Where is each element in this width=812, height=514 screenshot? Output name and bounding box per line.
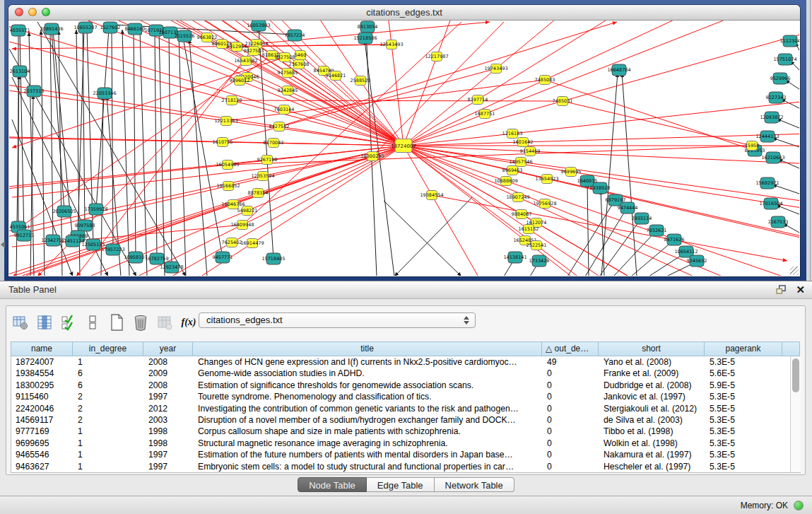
- table-cell[interactable]: 1: [73, 449, 144, 460]
- table-cell[interactable]: Stergiakouli et al. (2012): [599, 403, 705, 414]
- table-cell[interactable]: 0: [543, 380, 599, 391]
- row-options-icon[interactable]: [83, 312, 102, 333]
- table-cell[interactable]: Dudbridge et al. (2008): [599, 380, 705, 391]
- table-cell[interactable]: 49: [543, 356, 599, 368]
- table-cell[interactable]: 2003: [144, 414, 194, 426]
- table-cell[interactable]: 2009: [144, 368, 194, 379]
- float-panel-icon[interactable]: [776, 285, 787, 295]
- table-cell[interactable]: 1997: [144, 461, 194, 472]
- table-cell[interactable]: 0: [543, 461, 599, 472]
- table-cell[interactable]: Tibbo et al. (1998): [599, 426, 705, 437]
- table-cell[interactable]: 1998: [144, 438, 194, 449]
- table-cell[interactable]: 6: [73, 368, 144, 379]
- window-titlebar[interactable]: citations_edges.txt: [8, 5, 800, 21]
- table-cell[interactable]: de Silva et al. (2003): [599, 414, 705, 426]
- table-cell[interactable]: 18300295: [11, 380, 73, 391]
- table-cell[interactable]: 0: [543, 438, 599, 449]
- table-cell[interactable]: 5.3E-5: [705, 414, 783, 426]
- select-all-icon[interactable]: [59, 312, 78, 333]
- table-cell[interactable]: 5.6E-5: [705, 368, 783, 379]
- table-cell[interactable]: Genome-wide association studies in ADHD.: [194, 368, 543, 379]
- close-window-button[interactable]: [15, 8, 23, 16]
- table-cell[interactable]: Estimation of significance thresholds fo…: [194, 380, 543, 391]
- table-cell[interactable]: 2: [73, 414, 144, 426]
- table-row[interactable]: 946362711997Embryonic stem cells: a mode…: [11, 461, 800, 472]
- splitter-collapse-arrow-icon[interactable]: [1, 241, 5, 248]
- table-vertical-scrollbar[interactable]: [790, 356, 801, 472]
- table-cell[interactable]: 5.3E-5: [705, 461, 783, 472]
- table-cell[interactable]: Embryonic stem cells: a model to study s…: [194, 461, 543, 472]
- table-cell[interactable]: Changes of HCN gene expression and I(f) …: [194, 356, 543, 368]
- minimize-window-button[interactable]: [28, 8, 37, 16]
- table-cell[interactable]: 9699695: [11, 438, 73, 449]
- table-row[interactable]: 969969511998Structural magnetic resonanc…: [11, 438, 800, 449]
- table-cell[interactable]: 0: [543, 391, 599, 402]
- table-cell[interactable]: 1998: [144, 426, 194, 437]
- table-cell[interactable]: Structural magnetic resonance image aver…: [194, 438, 543, 449]
- table-cell[interactable]: 0: [543, 414, 599, 426]
- show-columns-icon[interactable]: [35, 312, 54, 333]
- window-resize-grip[interactable]: [790, 267, 799, 275]
- column-header-year[interactable]: year: [143, 341, 193, 356]
- network-view-canvas[interactable]: 1403557120891436106552871527602846616010…: [9, 21, 799, 276]
- table-cell[interactable]: Wolkin et al. (1998): [599, 438, 705, 449]
- table-cell[interactable]: Jankovic et al. (1997): [599, 391, 705, 402]
- table-cell[interactable]: 19384554: [11, 368, 73, 379]
- table-cell[interactable]: 1997: [144, 449, 194, 460]
- table-cell[interactable]: 5.3E-5: [705, 449, 783, 460]
- table-cell[interactable]: 2012: [144, 403, 194, 414]
- tab-node-table[interactable]: Node Table: [298, 477, 367, 492]
- table-cell[interactable]: 2: [73, 403, 144, 414]
- table-row[interactable]: 1456911722003Disruption of a novel membe…: [11, 414, 800, 426]
- table-cell[interactable]: 5.3E-5: [705, 391, 783, 402]
- table-cell[interactable]: 1: [73, 461, 144, 472]
- column-header-in_degree[interactable]: in_degree: [73, 341, 143, 356]
- table-cell[interactable]: 9115460: [11, 391, 73, 402]
- column-header-out_de[interactable]: △ out_de…: [542, 341, 599, 356]
- table-row[interactable]: 1830029562008Estimation of significance …: [11, 380, 800, 391]
- scrollbar-thumb[interactable]: [792, 358, 799, 392]
- table-cell[interactable]: 6: [73, 380, 144, 391]
- column-header-name[interactable]: name: [11, 341, 73, 356]
- function-builder-icon[interactable]: f(x): [179, 312, 199, 333]
- table-settings-icon[interactable]: [11, 312, 30, 333]
- delete-table-icon[interactable]: [131, 312, 151, 333]
- table-row[interactable]: 2242004622012Investigating the contribut…: [11, 403, 800, 414]
- table-selector-dropdown[interactable]: citations_edges.txt: [199, 313, 476, 328]
- table-cell[interactable]: 5.9E-5: [705, 380, 783, 391]
- table-cell[interactable]: 22420046: [11, 403, 73, 414]
- table-cell[interactable]: 2008: [144, 380, 194, 391]
- table-cell[interactable]: Corpus callosum shape and size in male p…: [194, 426, 543, 437]
- table-cell[interactable]: 9465546: [11, 449, 73, 460]
- table-cell[interactable]: 0: [543, 368, 599, 379]
- column-header-short[interactable]: short: [599, 341, 705, 356]
- table-cell[interactable]: 1: [73, 426, 144, 437]
- table-cell[interactable]: Tourette syndrome. Phenomenology and cla…: [194, 391, 543, 402]
- table-cell[interactable]: 2: [73, 391, 144, 402]
- table-cell[interactable]: 5.5E-5: [705, 403, 783, 414]
- table-cell[interactable]: Yano et al. (2008): [599, 356, 705, 368]
- table-cell[interactable]: 9777169: [11, 426, 73, 437]
- zoom-window-button[interactable]: [42, 8, 50, 16]
- column-header-pagerank[interactable]: pagerank: [705, 341, 782, 356]
- close-panel-icon[interactable]: ✕: [796, 283, 805, 297]
- table-panel-titlebar[interactable]: Table Panel ✕: [0, 281, 812, 299]
- table-cell[interactable]: 5.3E-5: [705, 426, 783, 437]
- import-table-icon[interactable]: [155, 312, 175, 333]
- table-cell[interactable]: Estimation of the future numbers of pati…: [194, 449, 543, 460]
- table-cell[interactable]: 5.3E-5: [705, 438, 783, 449]
- table-row[interactable]: 946554611997Estimation of the future num…: [11, 449, 800, 460]
- table-cell[interactable]: 14569117: [11, 414, 73, 426]
- table-cell[interactable]: 0: [543, 449, 599, 460]
- table-cell[interactable]: 1: [73, 438, 144, 449]
- table-cell[interactable]: 18724007: [11, 356, 73, 368]
- table-row[interactable]: 1872400712008Changes of HCN gene express…: [11, 356, 800, 368]
- table-cell[interactable]: 2008: [144, 356, 194, 368]
- table-cell[interactable]: 0: [543, 426, 599, 437]
- table-row[interactable]: 911546021997Tourette syndrome. Phenomeno…: [11, 391, 800, 402]
- table-cell[interactable]: 1: [73, 356, 144, 368]
- table-cell[interactable]: Investigating the contribution of common…: [194, 403, 543, 414]
- table-cell[interactable]: 0: [543, 403, 599, 414]
- table-row[interactable]: 977716911998Corpus callosum shape and si…: [11, 426, 800, 437]
- column-header-title[interactable]: title: [193, 341, 542, 356]
